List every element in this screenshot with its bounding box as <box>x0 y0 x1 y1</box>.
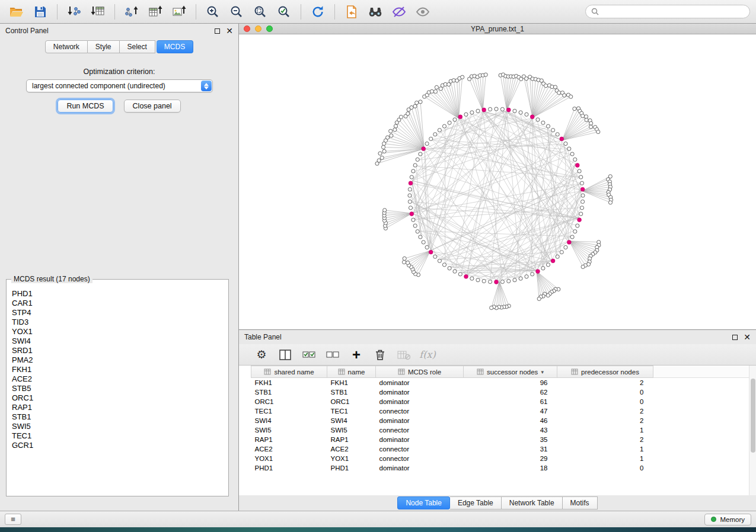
column-header-shared-name[interactable]: shared name <box>251 366 327 378</box>
mcds-result-item[interactable]: GCR1 <box>12 441 223 450</box>
node-table[interactable]: shared name name MCDS role successor nod… <box>251 366 749 473</box>
mcds-result-group: MCDS result (17 nodes) PHD1CAR1STP4TID3Y… <box>6 275 229 496</box>
save-session-button[interactable] <box>30 2 51 21</box>
cell-mcds-role: dominator <box>376 416 464 425</box>
memory-button[interactable]: Memory <box>704 514 751 525</box>
float-table-panel-icon[interactable] <box>732 335 738 340</box>
close-panel-icon[interactable]: ✕ <box>226 27 233 35</box>
mcds-result-item[interactable]: SWI5 <box>12 422 223 431</box>
import-network-button[interactable] <box>63 2 85 21</box>
find-button[interactable] <box>365 2 386 21</box>
export-network-button[interactable] <box>121 2 142 21</box>
tab-network[interactable]: Network <box>45 40 88 53</box>
minimize-window-button[interactable] <box>255 25 261 32</box>
zoom-fit-icon <box>254 5 267 18</box>
search-box[interactable] <box>585 5 750 18</box>
mcds-result-item[interactable]: SRD1 <box>12 346 223 355</box>
network-window: YPA_prune.txt_1 <box>239 24 756 330</box>
open-session-button[interactable] <box>6 2 27 21</box>
column-label: name <box>348 368 365 376</box>
delete-column-button[interactable] <box>373 348 387 362</box>
import-table-button[interactable] <box>87 2 109 21</box>
tab-motifs[interactable]: Motifs <box>563 496 598 509</box>
search-input[interactable] <box>602 8 744 16</box>
table-row[interactable]: PHD1PHD1dominator180 <box>251 463 749 473</box>
zoom-selected-button[interactable] <box>273 2 295 21</box>
table-row[interactable]: SWI4SWI4dominator462 <box>251 416 749 425</box>
cell-mcds-role: connector <box>376 406 464 416</box>
tab-style[interactable]: Style <box>88 40 120 53</box>
create-column-button[interactable]: + <box>349 348 363 362</box>
tab-node-table[interactable]: Node Table <box>397 496 450 509</box>
table-row[interactable]: RAP1RAP1dominator352 <box>251 435 749 444</box>
close-mcds-panel-button[interactable]: Close panel <box>124 100 181 113</box>
checked-boxes-icon <box>302 349 316 361</box>
mcds-result-item[interactable]: SWI4 <box>12 336 223 346</box>
mcds-result-item[interactable]: YOX1 <box>12 327 223 336</box>
close-table-panel-icon[interactable]: ✕ <box>744 333 751 341</box>
table-row[interactable]: STB1STB1dominator620 <box>251 387 749 397</box>
column-header-predecessor-nodes[interactable]: predecessor nodes <box>557 366 653 378</box>
export-network-icon <box>125 5 139 18</box>
mcds-result-item[interactable]: STB1 <box>12 412 223 422</box>
export-image-button[interactable] <box>168 2 190 21</box>
show-details-button[interactable] <box>412 2 433 21</box>
column-header-mcds-role[interactable]: MCDS role <box>376 366 464 378</box>
cell-filler <box>653 463 749 473</box>
zoom-fit-button[interactable] <box>250 2 271 21</box>
tab-select[interactable]: Select <box>120 40 155 53</box>
function-builder-button[interactable]: f(x) <box>420 348 435 362</box>
close-window-button[interactable] <box>244 25 250 32</box>
mcds-result-item[interactable]: TEC1 <box>12 431 223 441</box>
table-scrollbar-thumb[interactable] <box>751 379 755 453</box>
mcds-result-item[interactable]: FKH1 <box>12 365 223 374</box>
network-titlebar[interactable]: YPA_prune.txt_1 <box>239 24 756 34</box>
mcds-result-item[interactable]: ACE2 <box>12 374 223 384</box>
mcds-result-item[interactable]: PMA2 <box>12 355 223 365</box>
clone-network-button[interactable] <box>341 2 362 21</box>
desktop-wallpaper-strip <box>0 527 756 532</box>
table-scrollbar[interactable] <box>749 366 756 495</box>
mcds-result-item[interactable]: STB5 <box>12 384 223 393</box>
network-canvas[interactable] <box>239 34 756 329</box>
select-all-columns-button[interactable] <box>302 348 316 362</box>
status-menu-button[interactable]: ≡ <box>5 514 21 525</box>
table-settings-button[interactable]: ⚙ <box>254 348 269 362</box>
run-mcds-button[interactable]: Run MCDS <box>58 100 113 113</box>
column-attribute-icon <box>264 368 271 375</box>
zoom-out-button[interactable] <box>226 2 247 21</box>
tab-network-table[interactable]: Network Table <box>502 496 563 509</box>
apply-layout-button[interactable] <box>307 2 328 21</box>
delete-table-button[interactable] <box>397 348 411 362</box>
show-columns-button[interactable] <box>278 348 292 362</box>
deselect-all-columns-button[interactable] <box>326 348 340 362</box>
column-label: predecessor nodes <box>581 368 639 376</box>
mcds-result-item[interactable]: RAP1 <box>12 403 223 412</box>
mcds-result-list[interactable]: PHD1CAR1STP4TID3YOX1SWI4SRD1PMA2FKH1ACE2… <box>8 287 227 494</box>
network-graph[interactable] <box>239 34 755 329</box>
mcds-result-item[interactable]: CAR1 <box>12 299 223 308</box>
tab-mcds[interactable]: MCDS <box>157 40 193 53</box>
mcds-result-title: MCDS result (17 nodes) <box>11 275 92 283</box>
mcds-result-item[interactable]: STP4 <box>12 308 223 318</box>
mcds-result-item[interactable]: PHD1 <box>12 289 223 299</box>
table-row[interactable]: ACE2ACE2connector311 <box>251 444 749 454</box>
table-row[interactable]: YOX1YOX1connector291 <box>251 454 749 463</box>
toolbar-separator <box>196 4 196 20</box>
table-row[interactable]: SWI5SWI5connector431 <box>251 425 749 435</box>
mcds-result-item[interactable]: TID3 <box>12 318 223 327</box>
tab-edge-table[interactable]: Edge Table <box>450 496 502 509</box>
table-row[interactable]: TEC1TEC1connector472 <box>251 406 749 416</box>
cell-successor-nodes: 47 <box>464 406 557 416</box>
column-header-name[interactable]: name <box>327 366 376 378</box>
maximize-window-button[interactable] <box>266 25 273 32</box>
mcds-result-item[interactable]: ORC1 <box>12 393 223 403</box>
hide-details-button[interactable] <box>388 2 410 21</box>
column-header-successor-nodes[interactable]: successor nodes▾ <box>464 366 557 378</box>
table-row[interactable]: ORC1ORC1dominator610 <box>251 397 749 406</box>
table-row[interactable]: FKH1FKH1dominator962 <box>251 378 749 387</box>
zoom-in-button[interactable] <box>202 2 224 21</box>
float-panel-icon[interactable] <box>215 28 220 34</box>
criterion-select[interactable]: largest connected component (undirected) <box>26 79 213 92</box>
export-table-button[interactable] <box>145 2 166 21</box>
